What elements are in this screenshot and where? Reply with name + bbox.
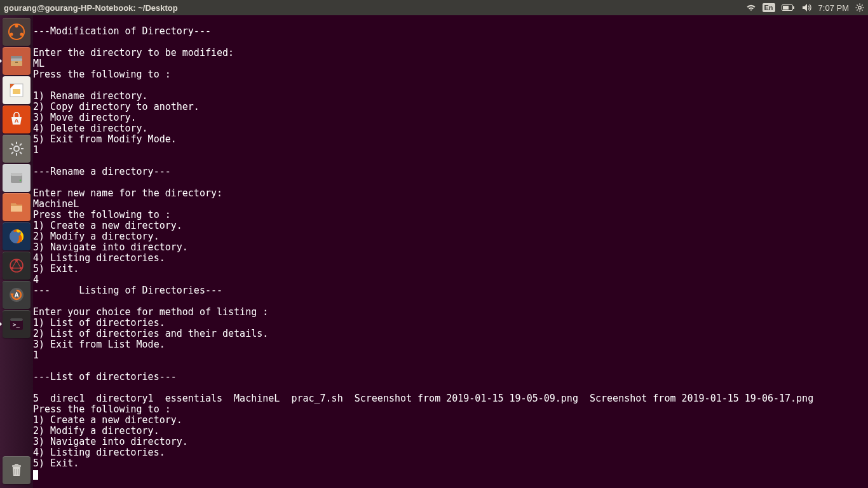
launcher-terminal[interactable]: >_ xyxy=(3,310,31,338)
svg-line-40 xyxy=(12,261,17,268)
terminal-line: ---Rename a directory--- xyxy=(33,166,868,177)
terminal-line: 3) Navigate into directory. xyxy=(33,437,868,447)
svg-point-34 xyxy=(20,180,22,182)
terminal-line: 3) Move directory. xyxy=(33,112,868,123)
launcher-file-manager[interactable] xyxy=(3,193,31,221)
terminal-line xyxy=(33,37,868,48)
sound-icon[interactable] xyxy=(802,3,812,12)
terminal-line xyxy=(33,15,868,26)
svg-line-52 xyxy=(18,469,19,475)
terminal-line: 1 xyxy=(33,145,868,156)
svg-line-11 xyxy=(857,10,857,10)
terminal-line: Enter the directory to be modified: xyxy=(33,48,868,58)
launcher-libreoffice-impress[interactable] xyxy=(3,76,31,104)
terminal-line xyxy=(33,361,868,372)
svg-line-10 xyxy=(862,4,862,5)
terminal-line xyxy=(33,296,868,307)
terminal-line: 1 xyxy=(33,350,868,361)
terminal-line: Press the following to : xyxy=(33,404,868,415)
terminal-line: --- Listing of Directories--- xyxy=(33,285,868,296)
clock[interactable]: 7:07 PM xyxy=(818,3,849,13)
svg-point-3 xyxy=(858,6,861,9)
terminal-line: 3) Navigate into directory. xyxy=(33,242,868,253)
svg-rect-19 xyxy=(15,62,18,63)
launcher-firefox[interactable] xyxy=(3,222,31,250)
launcher-network[interactable] xyxy=(3,252,31,280)
svg-text:>_: >_ xyxy=(13,322,20,328)
terminal-line: 1) Create a new directory. xyxy=(33,415,868,426)
svg-line-29 xyxy=(20,152,22,154)
launcher-trash[interactable] xyxy=(3,456,31,484)
svg-rect-48 xyxy=(12,465,21,467)
launcher-files[interactable] xyxy=(3,47,31,75)
window-title: gourang@gourang-HP-Notebook: ~/Desktop xyxy=(4,3,178,13)
terminal-line: 2) Modify a directory. xyxy=(33,426,868,437)
terminal-line: ---Modification of Directory--- xyxy=(33,26,868,37)
terminal-line: 1) List of directories. xyxy=(33,318,868,329)
svg-point-14 xyxy=(10,33,13,36)
terminal-line: Enter new name for the directory: xyxy=(33,188,868,199)
svg-line-41 xyxy=(17,261,21,268)
terminal-line: 4) Listing directories. xyxy=(33,253,868,264)
unity-launcher: A A >_ xyxy=(0,15,33,488)
top-menu-bar: gourang@gourang-HP-Notebook: ~/Desktop E… xyxy=(0,0,868,15)
terminal-line: 5 direc1 directory1 essentials MachineL … xyxy=(33,393,868,404)
terminal-line: 2) Copy directory to another. xyxy=(33,102,868,112)
terminal-line: 3) Exit from List Mode. xyxy=(33,339,868,350)
launcher-software-updater[interactable]: A xyxy=(3,281,31,309)
svg-rect-49 xyxy=(15,464,18,465)
terminal-cursor xyxy=(33,470,38,480)
svg-rect-1 xyxy=(793,6,794,9)
terminal-line: Enter your choice for method of listing … xyxy=(33,307,868,318)
svg-point-23 xyxy=(14,146,19,151)
svg-line-31 xyxy=(11,152,13,154)
svg-text:A: A xyxy=(14,292,18,299)
terminal-line: ML xyxy=(33,58,868,69)
terminal-output[interactable]: ---Modification of Directory--- Enter th… xyxy=(33,15,868,488)
svg-line-28 xyxy=(11,144,13,146)
launcher-ubuntu-dash[interactable] xyxy=(3,18,31,46)
launcher-disks[interactable] xyxy=(3,164,31,192)
svg-rect-17 xyxy=(11,58,22,61)
terminal-line: 4) Listing directories. xyxy=(33,447,868,458)
launcher-ubuntu-software[interactable]: A xyxy=(3,105,31,133)
terminal-line: 5) Exit. xyxy=(33,264,868,274)
svg-rect-33 xyxy=(11,173,22,176)
language-indicator[interactable]: En xyxy=(763,3,775,12)
terminal-line xyxy=(33,80,868,91)
svg-point-15 xyxy=(20,33,24,36)
svg-line-9 xyxy=(862,10,862,10)
svg-line-30 xyxy=(20,144,22,146)
terminal-line: 2) Modify a directory. xyxy=(33,231,868,242)
terminal-line xyxy=(33,177,868,188)
svg-rect-16 xyxy=(11,56,22,58)
wifi-icon[interactable] xyxy=(746,4,756,11)
svg-rect-46 xyxy=(10,318,23,321)
terminal-line: Press the following to : xyxy=(33,69,868,80)
svg-rect-2 xyxy=(783,6,789,10)
terminal-line: 1) Create a new directory. xyxy=(33,220,868,231)
terminal-line: 5) Exit from Modify Mode. xyxy=(33,134,868,145)
svg-text:A: A xyxy=(15,118,19,124)
launcher-settings[interactable] xyxy=(3,135,31,163)
svg-point-13 xyxy=(15,25,18,28)
terminal-line: ---List of directories--- xyxy=(33,372,868,383)
terminal-line: 2) List of directories and their details… xyxy=(33,329,868,339)
svg-line-50 xyxy=(15,469,15,475)
terminal-line: 4) Delete directory. xyxy=(33,123,868,134)
terminal-line: MachineL xyxy=(33,199,868,210)
gear-icon[interactable] xyxy=(855,3,864,12)
terminal-cursor-line[interactable] xyxy=(33,469,868,480)
terminal-line xyxy=(33,383,868,393)
svg-rect-21 xyxy=(13,89,20,94)
terminal-line: 4 xyxy=(33,274,868,285)
svg-line-8 xyxy=(857,4,857,5)
terminal-line: 5) Exit. xyxy=(33,458,868,469)
terminal-line xyxy=(33,156,868,166)
terminal-line: Press the following to : xyxy=(33,210,868,220)
terminal-line: 1) Rename directory. xyxy=(33,91,868,102)
battery-icon[interactable] xyxy=(782,4,796,11)
